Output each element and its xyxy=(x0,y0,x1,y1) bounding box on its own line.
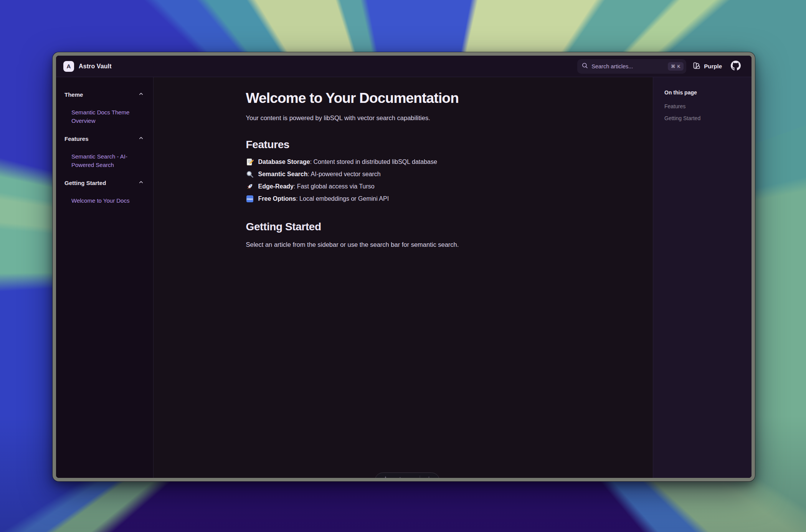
getting-started-text: Select an article from the sidebar or us… xyxy=(246,240,561,249)
app-body: ThemeSemantic Docs Theme OverviewFeature… xyxy=(56,77,751,478)
sidebar-section-theme: ThemeSemantic Docs Theme Overview xyxy=(64,91,144,125)
feature-text: Free Options: Local embeddings or Gemini… xyxy=(258,195,389,202)
on-this-page-panel: On this page FeaturesGetting Started xyxy=(653,77,751,478)
audit-icon[interactable] xyxy=(407,476,415,478)
svg-text:FREE: FREE xyxy=(246,198,253,200)
chevron-up-icon xyxy=(138,135,144,142)
toc-link-features[interactable]: Features xyxy=(664,102,751,110)
github-link[interactable] xyxy=(731,61,741,72)
app-logo: A xyxy=(63,61,74,72)
left-sidebar: ThemeSemantic Docs Theme OverviewFeature… xyxy=(56,77,154,478)
astro-dev-toolbar[interactable] xyxy=(375,473,440,478)
free-icon: FREE xyxy=(246,195,254,203)
features-heading: Features xyxy=(246,138,561,151)
features-list: Database Storage: Content stored in dist… xyxy=(246,156,561,205)
main-panel: Welcome to Your Documentation Your conte… xyxy=(154,77,653,478)
app-title: Astro Vault xyxy=(79,63,112,70)
chevron-up-icon xyxy=(138,91,144,98)
search-icon xyxy=(581,62,588,70)
search-shortcut-badge: ⌘ K xyxy=(668,62,684,71)
feature-item: Semantic Search: AI-powered vector searc… xyxy=(246,168,561,180)
article-content: Welcome to Your Documentation Your conte… xyxy=(246,77,561,478)
feature-item: FREEFree Options: Local embeddings or Ge… xyxy=(246,193,561,205)
page-lead: Your content is powered by libSQL with v… xyxy=(246,113,561,123)
theme-select-label: Purple xyxy=(704,63,722,69)
swatch-book-icon xyxy=(693,62,700,71)
sidebar-link[interactable]: Semantic Search - AI-Powered Search xyxy=(71,152,137,169)
top-header: A Astro Vault Search articles... ⌘ K xyxy=(56,56,751,77)
theme-select-button[interactable]: Purple xyxy=(693,62,722,71)
sidebar-section-label: Getting Started xyxy=(64,180,106,186)
app-window: A Astro Vault Search articles... ⌘ K xyxy=(53,52,755,481)
sidebar-section-label: Theme xyxy=(64,91,83,98)
astro-logo-icon[interactable] xyxy=(382,476,390,478)
sidebar-section-features: FeaturesSemantic Search - AI-Powered Sea… xyxy=(64,135,144,169)
sidebar-section-getting-started: Getting StartedWelcome to Your Docs xyxy=(64,179,144,205)
feature-item: Database Storage: Content stored in dist… xyxy=(246,156,561,168)
inspect-icon[interactable] xyxy=(395,476,402,478)
brand[interactable]: A Astro Vault xyxy=(63,61,112,72)
on-this-page-title: On this page xyxy=(664,89,751,96)
sidebar-link[interactable]: Semantic Docs Theme Overview xyxy=(71,108,137,125)
magnifier-icon xyxy=(246,170,254,178)
app-logo-letter: A xyxy=(67,63,71,69)
sidebar-section-label: Features xyxy=(64,135,89,142)
settings-gear-icon[interactable] xyxy=(425,476,433,478)
app-window-content: A Astro Vault Search articles... ⌘ K xyxy=(56,56,751,478)
feature-text: Database Storage: Content stored in dist… xyxy=(258,159,437,165)
chevron-up-icon xyxy=(138,179,144,187)
feature-text: Semantic Search: AI-powered vector searc… xyxy=(258,171,381,178)
sidebar-section-header[interactable]: Theme xyxy=(64,91,144,98)
feature-name: Edge-Ready xyxy=(258,183,294,190)
rocket-icon xyxy=(246,183,254,190)
sidebar-link[interactable]: Welcome to Your Docs xyxy=(71,197,137,205)
search-placeholder: Search articles... xyxy=(591,63,664,69)
feature-name: Database Storage xyxy=(258,159,310,165)
page-title: Welcome to Your Documentation xyxy=(246,90,561,107)
feature-name: Free Options xyxy=(258,195,296,202)
feature-name: Semantic Search xyxy=(258,171,308,177)
on-this-page-links: FeaturesGetting Started xyxy=(664,102,751,122)
getting-started-heading: Getting Started xyxy=(246,220,561,233)
feature-item: Edge-Ready: Fast global access via Turso xyxy=(246,180,561,193)
feature-text: Edge-Ready: Fast global access via Turso xyxy=(258,183,375,190)
devbar-separator xyxy=(420,476,420,478)
sidebar-section-header[interactable]: Features xyxy=(64,135,144,142)
toc-link-getting-started[interactable]: Getting Started xyxy=(664,114,751,122)
github-icon xyxy=(731,61,741,72)
sidebar-section-header[interactable]: Getting Started xyxy=(64,179,144,187)
search-input[interactable]: Search articles... ⌘ K xyxy=(577,59,686,74)
memo-icon xyxy=(246,158,254,166)
